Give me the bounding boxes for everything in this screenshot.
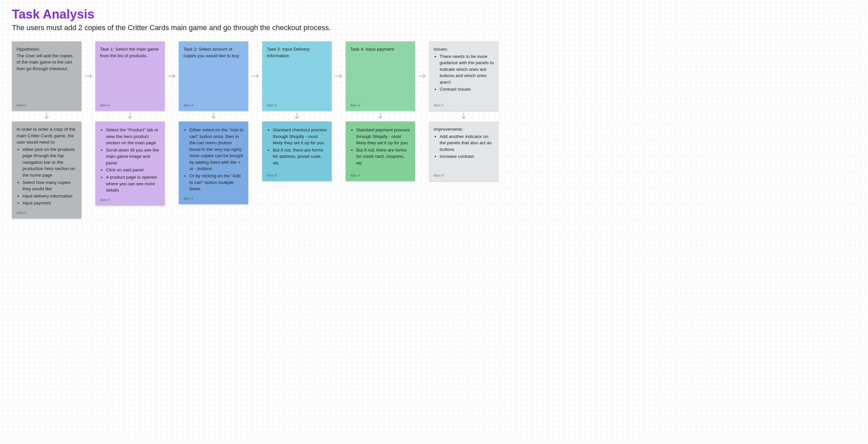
list-item: Standard checkout process through Shopif…	[273, 127, 327, 146]
card-author: Alex F	[350, 103, 410, 108]
card-bullets: Either select on the "Add to cart" butto…	[183, 127, 244, 192]
arrow-right	[82, 41, 95, 111]
card-lead: Issues:	[434, 46, 494, 53]
arrow-right-icon	[417, 73, 427, 80]
card-bullets: Select the "Product" tab or view the her…	[100, 127, 160, 194]
list-item: Contrast Issues	[440, 86, 494, 93]
card-hypothesis[interactable]: Hypothesis: The User will add the copies…	[12, 41, 82, 111]
card-task3[interactable]: Task 3: Input Delivery Information Alex …	[262, 41, 332, 111]
card-lead: Improvements:	[434, 126, 494, 133]
column-task2: Task 2: Select amount of copies you woul…	[179, 41, 248, 218]
arrow-right-icon	[167, 73, 177, 80]
column-task3: Task 3: Input Delivery Information Alex …	[262, 41, 332, 218]
list-item: But if not, there are forms for credit c…	[356, 147, 410, 166]
card-text: Task 3: Input Delivery Information	[267, 46, 327, 59]
arrow-down	[179, 112, 248, 121]
arrow-right-icon	[250, 73, 260, 80]
card-author: Alex F	[17, 211, 77, 216]
list-item: either pick on the products page through…	[23, 146, 77, 179]
card-author: Alex F	[183, 103, 244, 108]
arrow-down-icon	[127, 112, 133, 120]
card-author: Alex F	[100, 103, 160, 108]
card-bullets: Add another indicator on the panels that…	[434, 133, 494, 160]
card-author: Alex F	[17, 103, 77, 108]
card-improvements[interactable]: Improvements: Add another indicator on t…	[429, 121, 499, 181]
arrow-down-icon	[210, 112, 217, 120]
card-bullets: Standard checkout process through Shopif…	[267, 127, 327, 166]
arrow-right-icon	[84, 73, 93, 80]
list-item: Input payment	[23, 200, 77, 207]
card-text: Task 1: Select the main game from the li…	[100, 46, 160, 59]
arrow-down-icon	[377, 112, 384, 120]
card-task4-detail[interactable]: Standard payment process through Shopify…	[346, 121, 415, 181]
card-author: Alex F	[183, 196, 244, 201]
card-text: Task 4: Input payment	[350, 46, 410, 53]
arrow-down-icon	[293, 112, 300, 120]
list-item: There needs to be more guidance with the…	[440, 53, 494, 86]
arrow-down-icon	[43, 112, 50, 120]
arrow-right	[165, 41, 179, 111]
list-item: Add another indicator on the panels that…	[440, 133, 494, 153]
card-author: Alex F	[267, 173, 327, 178]
card-task1-detail[interactable]: Select the "Product" tab or view the her…	[95, 121, 165, 205]
arrow-right	[415, 41, 429, 111]
card-bullets: There needs to be more guidance with the…	[434, 53, 494, 93]
diagram-canvas[interactable]: Task Analysis The users must add 2 copie…	[0, 0, 868, 231]
card-text: Task 2: Select amount of copies you woul…	[183, 46, 244, 59]
list-item: Increase contrast	[440, 153, 494, 160]
card-author: Alex F	[350, 173, 410, 178]
card-hypothesis-detail[interactable]: In order to order a copy of the main Cri…	[12, 121, 82, 218]
card-author: Alex F	[434, 103, 494, 108]
arrow-down	[262, 112, 332, 121]
column-hypothesis: Hypothesis: The User will add the copies…	[12, 41, 82, 218]
list-item: Select the "Product" tab or view the her…	[106, 127, 160, 146]
list-item: Or by clicking on the "Add to cart" butt…	[189, 173, 244, 192]
arrow-down	[95, 112, 165, 121]
list-item: Click on said panel	[106, 167, 160, 173]
card-task2[interactable]: Task 2: Select amount of copies you woul…	[179, 41, 248, 111]
arrow-right	[332, 41, 346, 111]
card-lead: In order to order a copy of the main Cri…	[17, 126, 77, 146]
card-task1[interactable]: Task 1: Select the main game from the li…	[95, 41, 165, 111]
page-subtitle: The users must add 2 copies of the Critt…	[12, 24, 856, 32]
arrow-right-icon	[334, 73, 344, 80]
list-item: Either select on the "Add to cart" butto…	[189, 127, 244, 172]
card-issues[interactable]: Issues: There needs to be more guidance …	[429, 41, 499, 111]
card-author: Alex F	[267, 103, 327, 108]
list-item: Standard payment process through Shopify…	[356, 127, 410, 146]
card-bullets: either pick on the products page through…	[17, 146, 77, 207]
flow-row: Hypothesis: The User will add the copies…	[12, 41, 856, 218]
arrow-right	[248, 41, 262, 111]
list-item: Scroll down till you see the main game i…	[106, 147, 160, 166]
list-item: Input delivery information	[23, 193, 77, 199]
card-task3-detail[interactable]: Standard checkout process through Shopif…	[262, 121, 332, 181]
arrow-down	[346, 112, 415, 121]
list-item: Select how many copies they would like	[23, 179, 77, 192]
card-task2-detail[interactable]: Either select on the "Add to cart" butto…	[179, 121, 248, 204]
arrow-down-icon	[461, 112, 467, 120]
card-author: Alex F	[434, 173, 494, 178]
arrow-down	[429, 112, 499, 121]
column-task1: Task 1: Select the main game from the li…	[95, 41, 165, 218]
column-task4: Task 4: Input payment Alex F Standard pa…	[346, 41, 415, 218]
card-text: Hypothesis: The User will add the copies…	[17, 46, 77, 72]
card-bullets: Standard payment process through Shopify…	[350, 127, 410, 166]
arrow-down	[12, 112, 82, 121]
list-item: But if not, there are forms for address,…	[273, 147, 327, 166]
card-task4[interactable]: Task 4: Input payment Alex F	[346, 41, 415, 111]
column-issues: Issues: There needs to be more guidance …	[429, 41, 499, 218]
card-author: Alex F	[100, 197, 160, 203]
list-item: A product page is opened where you can s…	[106, 174, 160, 194]
page-title: Task Analysis	[12, 7, 856, 22]
